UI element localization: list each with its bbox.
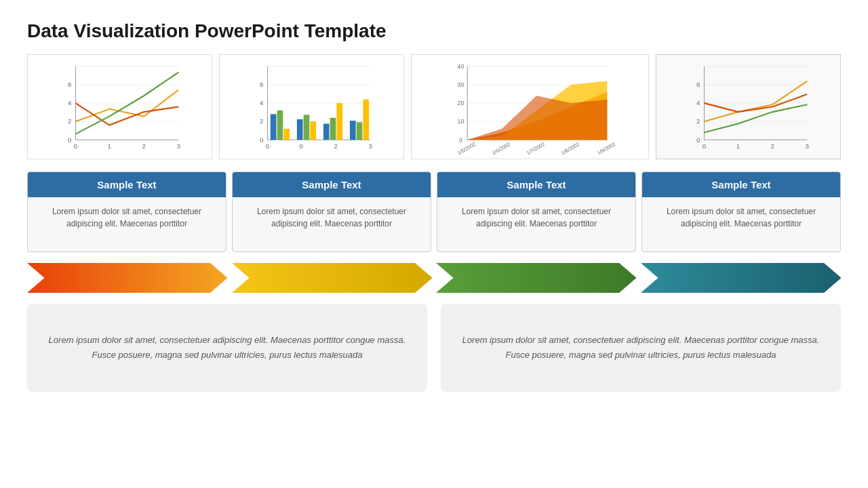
- svg-text:2: 2: [68, 117, 71, 125]
- svg-rect-32: [304, 115, 310, 140]
- svg-text:2: 2: [696, 117, 700, 125]
- line-chart-1: 0 2 4 6 0 1 2 3: [27, 54, 212, 159]
- svg-rect-37: [350, 121, 356, 140]
- svg-text:1: 1: [108, 142, 111, 150]
- svg-text:0: 0: [300, 142, 304, 150]
- card-1: Sample Text Lorem ipsum dolor sit amet, …: [27, 171, 226, 252]
- arrow-4: [641, 263, 842, 293]
- svg-rect-33: [310, 121, 316, 140]
- svg-text:0: 0: [260, 136, 264, 144]
- svg-text:0: 0: [459, 137, 462, 144]
- svg-text:2: 2: [771, 142, 774, 150]
- card-4-header: Sample Text: [642, 172, 840, 197]
- area-chart: 0 10 20 30 40 1/5/2002 1/6/2002 1/7/2002…: [411, 54, 649, 159]
- svg-text:1/6/2002: 1/6/2002: [491, 141, 511, 155]
- card-2-header: Sample Text: [233, 172, 431, 197]
- svg-rect-28: [271, 114, 277, 140]
- svg-marker-58: [467, 96, 607, 140]
- svg-marker-73: [27, 263, 228, 293]
- svg-text:2: 2: [142, 142, 146, 150]
- svg-text:0: 0: [696, 136, 701, 144]
- bottom-row: Lorem ipsum dolor sit amet, consectetuer…: [27, 304, 841, 392]
- card-3-body: Lorem ipsum dolor sit amet, consectetuer…: [437, 197, 635, 251]
- connector-arrow-3: →: [633, 232, 636, 248]
- svg-text:1/8/2002: 1/8/2002: [560, 141, 580, 155]
- svg-text:1/9/2002: 1/9/2002: [596, 141, 616, 155]
- svg-text:2: 2: [260, 117, 263, 125]
- card-1-body: Lorem ipsum dolor sit amet, consectetuer…: [28, 197, 226, 251]
- card-3: Sample Text Lorem ipsum dolor sit amet, …: [437, 171, 636, 252]
- svg-text:10: 10: [458, 118, 465, 125]
- svg-text:2: 2: [334, 142, 338, 150]
- page-title: Data Visualization PowerPoint Template: [27, 20, 841, 42]
- connector-arrow-2: →: [428, 232, 431, 248]
- svg-rect-31: [297, 119, 303, 140]
- card-3-header: Sample Text: [437, 172, 635, 197]
- slide: Data Visualization PowerPoint Template 0…: [0, 0, 868, 488]
- cards-row: Sample Text Lorem ipsum dolor sit amet, …: [27, 171, 841, 252]
- svg-text:4: 4: [68, 99, 72, 106]
- svg-text:20: 20: [458, 100, 465, 106]
- svg-marker-75: [436, 263, 637, 293]
- card-2: Sample Text Lorem ipsum dolor sit amet, …: [232, 171, 431, 252]
- svg-marker-74: [232, 263, 433, 293]
- svg-text:0: 0: [266, 142, 270, 150]
- arrow-1: [27, 263, 228, 293]
- arrow-3: [436, 263, 637, 293]
- svg-text:1/7/2002: 1/7/2002: [526, 141, 546, 155]
- arrows-row: [27, 263, 841, 293]
- card-4: Sample Text Lorem ipsum dolor sit amet, …: [642, 171, 841, 252]
- svg-rect-36: [336, 103, 342, 140]
- svg-text:4: 4: [260, 99, 264, 106]
- arrow-2: [232, 263, 433, 293]
- svg-text:0: 0: [703, 142, 707, 150]
- svg-rect-39: [363, 100, 370, 140]
- card-2-body: Lorem ipsum dolor sit amet, consectetuer…: [233, 197, 431, 251]
- svg-text:30: 30: [458, 81, 465, 88]
- text-box-1: Lorem ipsum dolor sit amet, consectetuer…: [27, 304, 427, 392]
- svg-text:3: 3: [177, 142, 180, 150]
- svg-text:6: 6: [68, 81, 71, 88]
- card-4-body: Lorem ipsum dolor sit amet, consectetuer…: [642, 197, 840, 251]
- connector-arrow-1: →: [223, 232, 226, 248]
- svg-text:6: 6: [696, 81, 700, 88]
- svg-rect-34: [323, 123, 330, 140]
- svg-rect-29: [277, 110, 283, 140]
- line-chart-2: 0 2 4 6 0 1 2 3: [656, 54, 841, 159]
- bar-chart: 0 2 4 6 0 0 2 3: [219, 54, 404, 159]
- text-box-2: Lorem ipsum dolor sit amet, consectetuer…: [441, 304, 841, 392]
- svg-text:0: 0: [74, 142, 78, 150]
- svg-marker-76: [641, 263, 842, 293]
- svg-rect-38: [357, 122, 363, 140]
- charts-row: 0 2 4 6 0 1 2 3: [27, 54, 841, 159]
- svg-text:4: 4: [696, 99, 701, 106]
- svg-text:6: 6: [260, 81, 263, 88]
- svg-rect-35: [330, 118, 336, 140]
- card-1-header: Sample Text: [28, 172, 226, 197]
- svg-text:3: 3: [369, 142, 372, 150]
- svg-text:0: 0: [68, 136, 72, 144]
- svg-text:1: 1: [736, 142, 740, 150]
- svg-rect-30: [283, 129, 290, 140]
- svg-text:3: 3: [806, 142, 809, 150]
- svg-text:40: 40: [458, 63, 465, 70]
